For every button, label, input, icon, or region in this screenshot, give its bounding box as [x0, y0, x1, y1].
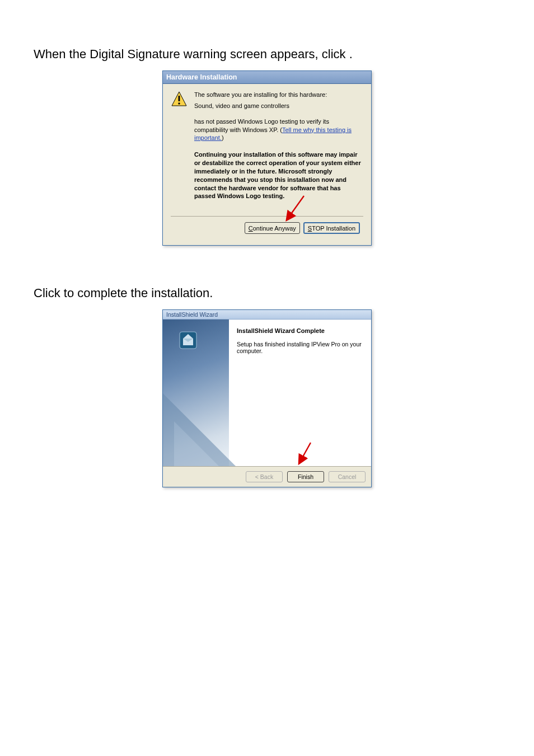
svg-rect-1: [179, 96, 180, 101]
red-arrow-icon: [284, 195, 306, 222]
installshield-title-text: InstallShield Wizard: [166, 311, 218, 318]
instruction-1-suffix: .: [349, 47, 353, 61]
warning-icon: [171, 91, 188, 107]
instruction-2-suffix: to complete the installation.: [64, 286, 213, 300]
continue-anyway-button[interactable]: Continue Anyway: [245, 222, 300, 234]
dialog-title-text: Hardware Installation: [166, 73, 237, 81]
msg-line-3: has not passed Windows Logo testing to v…: [194, 118, 363, 142]
red-arrow-icon: [296, 442, 313, 465]
back-button: < Back: [246, 471, 283, 482]
instruction-1-prefix: When the Digital Signature warning scree…: [34, 47, 349, 61]
svg-point-2: [178, 102, 180, 104]
instruction-2-prefix: Click: [34, 286, 64, 300]
wizard-description: Setup has finished installing IPView Pro…: [237, 341, 363, 354]
hardware-installation-dialog: Hardware Installation The software you a…: [162, 71, 372, 246]
svg-line-4: [287, 196, 304, 219]
installshield-wizard-dialog: InstallShield Wizard InstallShield Wizar: [162, 309, 372, 487]
instruction-line-1: When the Digital Signature warning scree…: [34, 46, 500, 63]
installshield-title: InstallShield Wizard: [163, 310, 371, 320]
finish-button[interactable]: Finish: [287, 471, 324, 482]
wizard-heading: InstallShield Wizard Complete: [237, 327, 363, 334]
wizard-side-image: [163, 320, 229, 466]
instruction-line-2: Click to complete the installation.: [34, 285, 500, 302]
svg-line-11: [299, 443, 311, 463]
bold-warning-text: Continuing your installation of this sof…: [194, 151, 361, 200]
cancel-button: Cancel: [329, 471, 366, 482]
msg-line-2: Sound, video and game controllers: [194, 102, 363, 110]
dialog-title: Hardware Installation: [163, 71, 371, 84]
msg-line-1: The software you are installing for this…: [194, 91, 363, 98]
stop-installation-button[interactable]: STOP Installation: [303, 222, 360, 234]
